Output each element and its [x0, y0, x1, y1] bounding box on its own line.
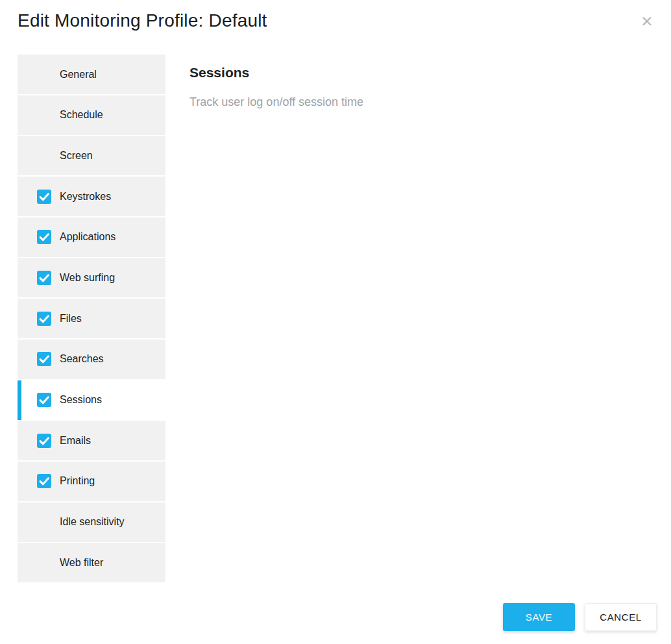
- sidebar-item-idle-sensitivity[interactable]: Idle sensitivity: [18, 502, 165, 542]
- checkbox-printing[interactable]: [37, 474, 51, 488]
- check-icon: [37, 190, 51, 204]
- sidebar-item-label: Web surfing: [60, 272, 115, 284]
- close-icon[interactable]: ✕: [639, 13, 655, 30]
- sidebar-item-emails[interactable]: Emails: [18, 421, 165, 460]
- section-heading: Sessions: [189, 65, 249, 80]
- save-button[interactable]: SAVE: [503, 603, 575, 631]
- checkbox-keystrokes[interactable]: [37, 190, 51, 204]
- sidebar-item-label: Searches: [60, 353, 104, 365]
- check-icon: [37, 352, 51, 366]
- checkbox-web-surfing[interactable]: [37, 271, 51, 285]
- sidebar-item-keystrokes[interactable]: Keystrokes: [18, 177, 165, 216]
- sidebar-item-printing[interactable]: Printing: [18, 462, 165, 501]
- checkbox-applications[interactable]: [37, 230, 51, 244]
- sidebar-item-general[interactable]: General: [18, 55, 165, 94]
- cancel-button[interactable]: CANCEL: [585, 603, 657, 631]
- sidebar-item-label: Sessions: [60, 394, 102, 406]
- sidebar-item-files[interactable]: Files: [18, 299, 165, 338]
- sidebar-item-web-filter[interactable]: Web filter: [18, 543, 165, 582]
- sidebar-item-screen[interactable]: Screen: [18, 136, 165, 175]
- dialog-title: Edit Monitoring Profile: Default: [18, 10, 267, 31]
- sidebar-item-label: Idle sensitivity: [60, 516, 125, 528]
- sidebar-item-label: Files: [60, 313, 82, 325]
- checkbox-searches[interactable]: [37, 352, 51, 366]
- sidebar-item-web-surfing[interactable]: Web surfing: [18, 258, 165, 297]
- sidebar-item-schedule[interactable]: Schedule: [18, 95, 165, 135]
- edit-monitoring-profile-dialog: Edit Monitoring Profile: Default ✕ Gener…: [0, 0, 671, 644]
- sidebar: GeneralScheduleScreenKeystrokesApplicati…: [18, 55, 165, 584]
- sidebar-item-label: Screen: [60, 150, 93, 162]
- checkbox-emails[interactable]: [37, 434, 51, 448]
- section-description: Track user log on/off session time: [189, 95, 363, 109]
- sidebar-item-label: Web filter: [60, 557, 103, 569]
- sidebar-item-sessions[interactable]: Sessions: [18, 380, 165, 420]
- check-icon: [37, 312, 51, 326]
- sidebar-item-label: Keystrokes: [60, 191, 111, 203]
- sidebar-item-label: Applications: [60, 231, 116, 243]
- sidebar-item-label: Printing: [60, 475, 95, 487]
- sidebar-item-label: Emails: [60, 435, 91, 447]
- sidebar-item-applications[interactable]: Applications: [18, 217, 165, 257]
- checkbox-sessions[interactable]: [37, 393, 51, 407]
- sidebar-item-label: General: [60, 69, 97, 80]
- check-icon: [37, 434, 51, 448]
- checkbox-files[interactable]: [37, 312, 51, 326]
- check-icon: [37, 393, 51, 407]
- sidebar-item-searches[interactable]: Searches: [18, 340, 165, 379]
- check-icon: [37, 230, 51, 244]
- check-icon: [37, 271, 51, 285]
- sidebar-item-label: Schedule: [60, 109, 103, 121]
- check-icon: [37, 474, 51, 488]
